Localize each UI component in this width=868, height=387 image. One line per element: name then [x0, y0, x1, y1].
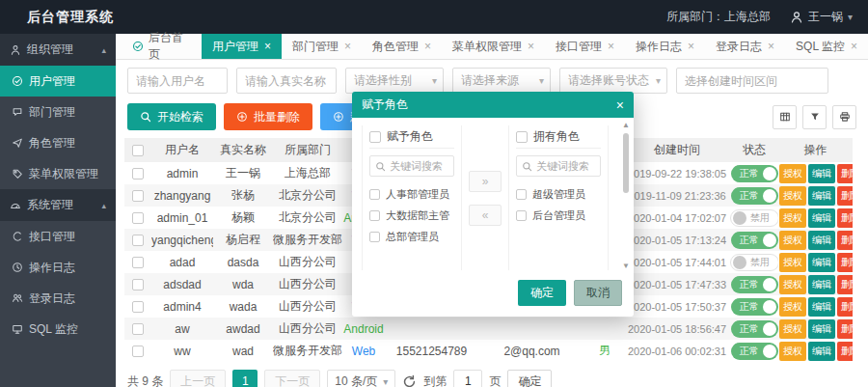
cancel-button[interactable]: 取消: [574, 280, 622, 306]
gender-filter-select[interactable]: 请选择性别▾: [345, 68, 444, 94]
sidebar-item[interactable]: 部门管理: [0, 97, 116, 127]
row-checkbox[interactable]: [132, 190, 144, 202]
role-option[interactable]: 后台管理员: [516, 208, 601, 223]
source-filter-select[interactable]: 请选择来源▾: [452, 68, 551, 94]
edit-button[interactable]: 编辑: [808, 297, 835, 317]
edit-button[interactable]: 编辑: [808, 186, 835, 206]
close-icon[interactable]: ×: [264, 40, 271, 53]
checkbox[interactable]: [516, 189, 527, 200]
tab-item[interactable]: 接口管理×: [545, 34, 625, 59]
status-filter-select[interactable]: 请选择账号状态▾: [559, 68, 667, 94]
authorize-button[interactable]: 授权: [779, 231, 806, 250]
tab-item[interactable]: 角色管理×: [362, 34, 442, 59]
edit-button[interactable]: 编辑: [808, 319, 835, 339]
status-toggle[interactable]: 正常: [731, 343, 778, 360]
move-left-button[interactable]: «: [469, 205, 502, 226]
jump-confirm-button[interactable]: 确定: [507, 370, 552, 387]
modal-scrollbar[interactable]: ▲ ▼: [621, 122, 631, 270]
sidebar-item[interactable]: SQL 监控: [0, 314, 116, 345]
columns-grid-button[interactable]: [773, 105, 797, 129]
role-search-input[interactable]: 关键词搜索: [369, 155, 454, 177]
select-all-checkbox[interactable]: [516, 131, 528, 143]
sidebar-item[interactable]: 用户管理: [0, 66, 116, 97]
delete-button[interactable]: 删除: [837, 186, 853, 206]
refresh-icon[interactable]: [402, 374, 417, 387]
status-toggle[interactable]: 正常: [731, 298, 778, 316]
authorize-button[interactable]: 授权: [779, 319, 806, 339]
authorize-button[interactable]: 授权: [779, 208, 806, 228]
row-checkbox[interactable]: [132, 168, 144, 180]
tab-item[interactable]: 用户管理×: [202, 34, 282, 59]
page-size-select[interactable]: 10 条/页▾: [327, 370, 395, 387]
close-icon[interactable]: ×: [528, 40, 534, 53]
search-button[interactable]: 开始检索: [127, 103, 216, 130]
role-option[interactable]: 大数据部主管: [369, 208, 454, 223]
delete-button[interactable]: 删除: [837, 342, 853, 361]
delete-button[interactable]: 删除: [837, 253, 853, 272]
edit-button[interactable]: 编辑: [808, 342, 835, 361]
tab-item[interactable]: SQL 监控×: [785, 34, 868, 59]
authorize-button[interactable]: 授权: [779, 164, 806, 183]
delete-button[interactable]: 删除: [837, 208, 853, 228]
close-icon[interactable]: ×: [768, 40, 774, 53]
checkbox[interactable]: [369, 232, 380, 242]
jump-page-input[interactable]: [453, 370, 482, 387]
checkbox[interactable]: [516, 210, 527, 221]
row-checkbox[interactable]: [132, 279, 144, 290]
row-checkbox[interactable]: [132, 257, 144, 268]
tab-home[interactable]: 后台首页: [122, 34, 202, 59]
close-icon[interactable]: ×: [851, 40, 857, 53]
sidebar-item[interactable]: 登录日志: [0, 283, 116, 314]
delete-button[interactable]: 删除: [837, 275, 853, 294]
status-toggle[interactable]: 禁用: [730, 209, 778, 227]
edit-button[interactable]: 编辑: [808, 208, 835, 228]
row-checkbox[interactable]: [132, 235, 144, 246]
select-all-checkbox[interactable]: [132, 145, 144, 156]
close-icon[interactable]: ×: [608, 40, 614, 53]
edit-button[interactable]: 编辑: [808, 231, 835, 250]
realname-filter-input[interactable]: [236, 68, 337, 94]
tab-item[interactable]: 登录日志×: [705, 34, 785, 59]
select-all-checkbox[interactable]: [369, 131, 381, 143]
username-filter-input[interactable]: [127, 68, 228, 94]
sidebar-group-header[interactable]: 组织管理▴: [0, 34, 116, 66]
print-button[interactable]: [832, 105, 856, 129]
delete-button[interactable]: 删除: [837, 297, 853, 317]
role-option[interactable]: 超级管理员: [516, 187, 601, 202]
status-toggle[interactable]: 正常: [731, 165, 778, 182]
export-button[interactable]: [802, 105, 827, 129]
delete-button[interactable]: 删除: [837, 164, 853, 183]
sidebar-item[interactable]: 操作日志: [0, 252, 116, 283]
next-page-button[interactable]: 下一页: [264, 370, 320, 387]
sidebar-item[interactable]: 角色管理: [0, 127, 116, 158]
close-icon[interactable]: ×: [424, 40, 431, 53]
scroll-down-icon[interactable]: ▼: [621, 263, 631, 270]
scrollbar-thumb[interactable]: [623, 133, 629, 193]
status-toggle[interactable]: 正常: [731, 187, 778, 205]
role-option[interactable]: 总部管理员: [369, 230, 454, 244]
user-menu[interactable]: 王一锅 ▾: [790, 9, 853, 25]
edit-button[interactable]: 编辑: [808, 164, 835, 183]
tab-item[interactable]: 部门管理×: [282, 34, 362, 59]
close-icon[interactable]: ×: [344, 40, 351, 53]
role-search-input[interactable]: 关键词搜索: [516, 155, 601, 177]
row-checkbox[interactable]: [132, 212, 144, 224]
edit-button[interactable]: 编辑: [808, 253, 835, 272]
edit-button[interactable]: 编辑: [808, 275, 835, 294]
delete-button[interactable]: 删除: [837, 319, 853, 339]
status-toggle[interactable]: 禁用: [730, 254, 778, 271]
checkbox[interactable]: [369, 189, 380, 200]
checkbox[interactable]: [369, 210, 380, 221]
role-option[interactable]: 人事部管理员: [369, 187, 454, 202]
status-toggle[interactable]: 正常: [731, 276, 778, 293]
row-checkbox[interactable]: [132, 346, 144, 357]
tab-item[interactable]: 菜单权限管理×: [442, 34, 545, 59]
delete-button[interactable]: 删除: [837, 231, 853, 250]
status-toggle[interactable]: 正常: [731, 232, 778, 249]
sidebar-item[interactable]: 菜单权限管理: [0, 158, 116, 189]
close-icon[interactable]: ×: [616, 98, 624, 112]
sidebar-item[interactable]: 接口管理: [0, 221, 116, 252]
row-checkbox[interactable]: [132, 323, 144, 335]
authorize-button[interactable]: 授权: [779, 297, 806, 317]
authorize-button[interactable]: 授权: [779, 275, 806, 294]
